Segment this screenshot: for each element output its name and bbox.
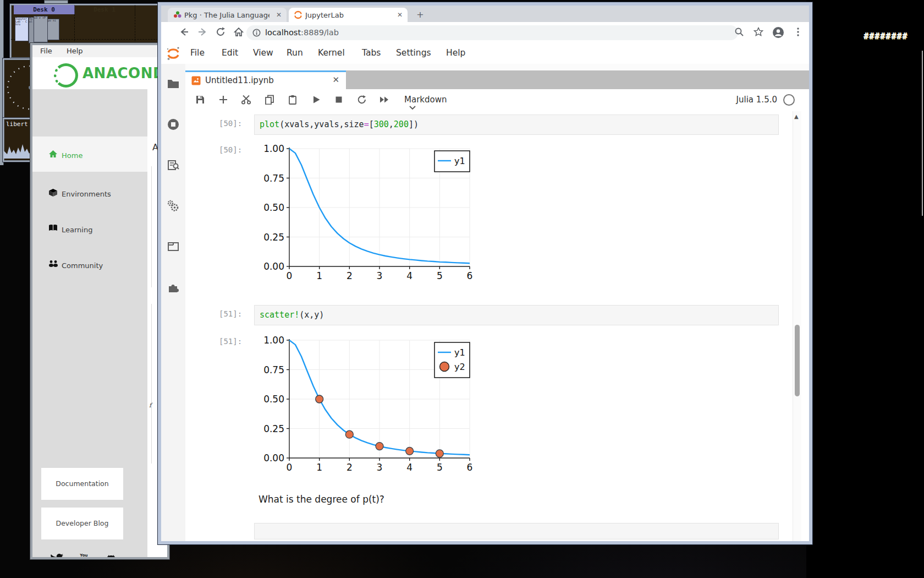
cut-cells-icon[interactable]	[241, 95, 252, 106]
svg-text:0.00: 0.00	[263, 452, 284, 464]
forward-icon[interactable]	[197, 26, 209, 39]
tab-close-icon[interactable]: ✕	[397, 11, 403, 19]
svg-text:1.00: 1.00	[263, 143, 284, 154]
notebook-toolbar: Markdown Julia 1.5.0	[185, 89, 809, 112]
sidebar-item-community[interactable]: Community	[32, 247, 147, 282]
svg-text:0: 0	[287, 462, 293, 473]
notebook-tab-close-icon[interactable]: ✕	[332, 75, 339, 85]
documentation-button[interactable]: Documentation	[41, 468, 123, 500]
back-icon[interactable]	[179, 26, 191, 39]
sidebar-item-home[interactable]: Home	[32, 137, 147, 172]
browser-tabstrip: Pkg · The Julia Language ✕ JupyterLab ✕ …	[161, 6, 809, 22]
running-kernels-icon[interactable]	[167, 118, 180, 131]
svg-text:1: 1	[316, 462, 322, 473]
kernel-name-label[interactable]: Julia 1.5.0	[736, 95, 777, 105]
extension-manager-icon[interactable]	[167, 281, 180, 294]
jupyter-favicon-icon	[294, 10, 302, 19]
svg-text:0.00: 0.00	[263, 261, 284, 272]
browser-toolbar: localhost:8889/lab	[161, 22, 809, 43]
run-all-icon[interactable]	[379, 95, 390, 106]
svg-text:0.50: 0.50	[263, 394, 284, 405]
tab-close-icon[interactable]: ✕	[276, 11, 282, 19]
menu-tabs[interactable]: Tabs	[362, 48, 381, 58]
terminal-text: ########	[864, 31, 908, 41]
chrome-menu-icon[interactable]	[793, 26, 804, 39]
markdown-cell[interactable]: What is the degree of p(t)?	[258, 494, 384, 505]
menu-settings[interactable]: Settings	[396, 48, 431, 58]
notebook-tab-label: Untitled11.ipynb	[205, 75, 274, 85]
property-inspector-icon[interactable]	[167, 199, 180, 212]
pager-mini-window-1[interactable]: o3 e +P	[34, 16, 48, 42]
menu-kernel[interactable]: Kernel	[318, 48, 345, 58]
kernel-status-icon[interactable]	[783, 94, 795, 106]
browser-tab-julia-docs[interactable]: Pkg · The Julia Language ✕	[168, 8, 287, 22]
youtube-icon[interactable]: You Tube	[77, 553, 91, 559]
notebook-scrollbar[interactable]: ▲	[793, 111, 801, 541]
cube-icon	[48, 188, 58, 197]
code-cell-input[interactable]: scatter!(x,y)	[254, 305, 779, 325]
save-icon[interactable]	[195, 95, 206, 106]
chrome-browser-window[interactable]: Pkg · The Julia Language ✕ JupyterLab ✕ …	[158, 2, 812, 544]
new-tab-button[interactable]: +	[415, 10, 425, 20]
bookmark-star-icon[interactable]	[753, 26, 764, 39]
anaconda-navigator-window[interactable]: File Help ANACONDA Home Environments	[30, 43, 169, 559]
svg-text:6: 6	[467, 270, 473, 281]
command-palette-icon[interactable]	[167, 159, 180, 172]
svg-text:2: 2	[346, 270, 353, 281]
home-icon	[48, 150, 58, 158]
anaconda-menubar: File Help	[32, 45, 167, 57]
stop-kernel-icon[interactable]	[334, 95, 345, 106]
notebook-tab-untitled11[interactable]: Untitled11.ipynb ✕	[185, 70, 346, 89]
scrollbar-thumb[interactable]	[795, 325, 800, 396]
developer-blog-button[interactable]: Developer Blog	[41, 508, 123, 539]
svg-text:0.50: 0.50	[263, 202, 284, 213]
browser-tab-jupyterlab[interactable]: JupyterLab ✕	[289, 8, 408, 22]
svg-text:6: 6	[467, 462, 473, 473]
content-text-fragment: f	[149, 402, 151, 409]
julia-favicon-icon	[173, 10, 182, 19]
terminal-scrollbar	[922, 51, 923, 216]
anaconda-logo-text: ANACONDA	[82, 65, 167, 81]
anaconda-menu-help[interactable]: Help	[67, 47, 83, 55]
anaconda-logo-icon	[54, 63, 78, 88]
cell-type-dropdown[interactable]: Markdown	[404, 95, 447, 110]
twitter-icon[interactable]	[50, 553, 64, 559]
notebook-file-icon	[191, 76, 201, 85]
menu-file[interactable]: File	[190, 48, 205, 58]
reload-icon[interactable]	[215, 26, 227, 39]
code-cell-input[interactable]: plot(xvals,yvals,size=[300,200])	[254, 114, 779, 135]
pager-mini-window-jupyterlab[interactable]: JupyterLab - Chro	[15, 17, 29, 41]
menu-edit[interactable]: Edit	[222, 48, 238, 58]
menu-run[interactable]: Run	[287, 48, 303, 58]
anaconda-menu-file[interactable]: File	[40, 47, 52, 55]
paste-cells-icon[interactable]	[288, 95, 299, 106]
pager-desk-0[interactable]: Desk 0	[14, 5, 75, 14]
scroll-up-icon[interactable]: ▲	[794, 113, 799, 119]
pager-mini-window-2[interactable]: po ni	[47, 19, 59, 40]
open-tabs-icon[interactable]	[167, 240, 180, 253]
url-text[interactable]: localhost:8889/lab	[265, 28, 339, 37]
github-icon[interactable]	[105, 553, 118, 559]
jupyterlab-menubar: File Edit View Run Kernel Tabs Settings …	[161, 43, 809, 64]
partial-code-cell[interactable]	[254, 523, 779, 539]
sidebar-item-environments[interactable]: Environments	[32, 175, 147, 210]
svg-text:1: 1	[316, 270, 322, 281]
add-cell-icon[interactable]	[218, 95, 229, 106]
svg-text:0.75: 0.75	[263, 173, 284, 184]
address-bar[interactable]: localhost:8889/lab	[246, 25, 738, 40]
site-info-icon[interactable]	[252, 29, 261, 37]
menu-help[interactable]: Help	[446, 48, 465, 58]
menu-view[interactable]: View	[253, 48, 273, 58]
sidebar-item-learning[interactable]: Learning	[32, 211, 147, 246]
home-icon[interactable]	[233, 26, 245, 39]
zoom-icon[interactable]	[734, 26, 745, 39]
svg-text:2: 2	[346, 462, 353, 473]
pager-desk-1[interactable]: Desk 1	[74, 5, 135, 14]
svg-text:5: 5	[437, 462, 443, 473]
output-prompt: [50]:	[219, 145, 242, 154]
file-browser-icon[interactable]	[167, 77, 180, 90]
restart-kernel-icon[interactable]	[356, 95, 367, 106]
run-cell-icon[interactable]	[311, 95, 322, 106]
profile-avatar-icon[interactable]	[772, 26, 784, 39]
copy-cells-icon[interactable]	[265, 95, 276, 106]
